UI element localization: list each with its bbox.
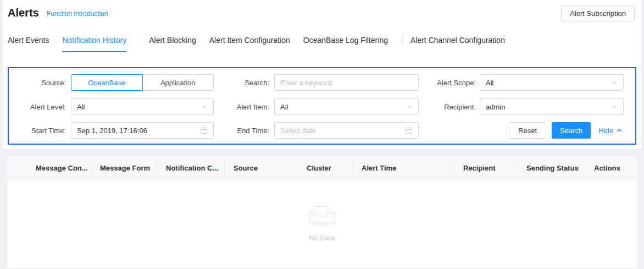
alert-scope-value: All — [486, 79, 611, 87]
recipient-select[interactable]: admin — [480, 98, 624, 115]
recipient-value: admin — [486, 103, 611, 111]
column-header-sending-status[interactable]: Sending Status — [518, 156, 585, 180]
search-field: Search: — [185, 74, 419, 91]
empty-state: No Data — [7, 180, 637, 242]
tab-alert-item-configuration[interactable]: Alert Item Configuration — [209, 28, 290, 53]
tab-notification-history[interactable]: Notification History — [62, 28, 126, 53]
start-time-field: Start Time: Sep 1, 2019, 17:16:06 — [9, 122, 214, 139]
hide-filters-link[interactable]: Hide — [598, 127, 623, 135]
page-header: Alerts Function introduction Alert Subsc… — [3, 0, 641, 28]
column-header-notification-channel[interactable]: Notification C... — [157, 156, 225, 180]
tab-bar: Alert Events Notification History Alert … — [3, 28, 641, 53]
alert-level-field: Alert Level: All — [9, 98, 214, 115]
end-time-field: End Time: Select date — [185, 122, 419, 139]
notification-history-table: Message Con... Message Form Notification… — [7, 156, 637, 268]
column-header-cluster[interactable]: Cluster — [298, 156, 353, 180]
page-title: Alerts — [8, 7, 39, 19]
filter-actions: Reset Search Hide — [509, 122, 623, 139]
end-time-placeholder: Select date — [280, 127, 405, 135]
alert-scope-label: Alert Scope: — [393, 79, 476, 87]
tab-oceanbase-log-filtering[interactable]: OceanBase Log Filtering — [303, 28, 388, 53]
start-time-value: Sep 1, 2019, 17:16:06 — [77, 127, 200, 135]
calendar-icon — [405, 127, 413, 134]
recipient-field: Recipient: admin — [393, 98, 624, 115]
empty-box-icon — [304, 205, 340, 229]
tab-alert-channel-configuration[interactable]: Alert Channel Configuration — [410, 28, 505, 53]
column-header-source[interactable]: Source — [225, 156, 298, 180]
chevron-down-icon — [611, 103, 618, 110]
column-header-alert-time[interactable]: Alert Time — [353, 156, 454, 180]
chevron-down-icon — [611, 79, 618, 86]
source-field: Source: OceanBase Application — [9, 74, 214, 91]
end-time-picker[interactable]: Select date — [274, 122, 419, 139]
tab-divider — [141, 36, 141, 45]
alert-scope-select[interactable]: All — [480, 74, 624, 91]
hide-link-label: Hide — [598, 127, 613, 135]
empty-state-text: No Data — [309, 234, 335, 242]
source-option-oceanbase[interactable]: OceanBase — [71, 74, 143, 91]
end-time-label: End Time: — [185, 127, 269, 135]
search-label: Search: — [185, 79, 269, 87]
function-introduction-link[interactable]: Function introduction — [47, 10, 108, 18]
column-header-actions[interactable]: Actions — [585, 156, 637, 180]
reset-button[interactable]: Reset — [509, 122, 546, 139]
alert-subscription-button[interactable]: Alert Subscription — [561, 6, 635, 21]
title-divider — [38, 9, 39, 19]
alert-level-value: All — [77, 103, 201, 111]
alert-item-field: Alert Item: All — [185, 98, 419, 115]
chevron-up-icon — [616, 127, 623, 134]
tab-alert-blocking[interactable]: Alert Blocking — [149, 28, 196, 53]
alert-level-label: Alert Level: — [9, 103, 66, 111]
tab-alert-events[interactable]: Alert Events — [8, 28, 49, 53]
start-time-label: Start Time: — [9, 127, 66, 135]
source-label: Source: — [9, 79, 66, 87]
filter-panel: Source: OceanBase Application Search: Al… — [8, 67, 636, 145]
column-header-message-content[interactable]: Message Con... — [7, 156, 91, 180]
table-header-row: Message Con... Message Form Notification… — [7, 156, 637, 180]
recipient-label: Recipient: — [393, 103, 476, 111]
tab-divider — [402, 36, 403, 45]
alert-item-label: Alert Item: — [185, 103, 269, 111]
column-header-message-form[interactable]: Message Form — [91, 156, 157, 180]
search-button[interactable]: Search — [552, 122, 591, 139]
alert-item-value: All — [280, 103, 406, 111]
column-header-recipient[interactable]: Recipient — [454, 156, 518, 180]
alert-scope-field: Alert Scope: All — [393, 74, 624, 91]
